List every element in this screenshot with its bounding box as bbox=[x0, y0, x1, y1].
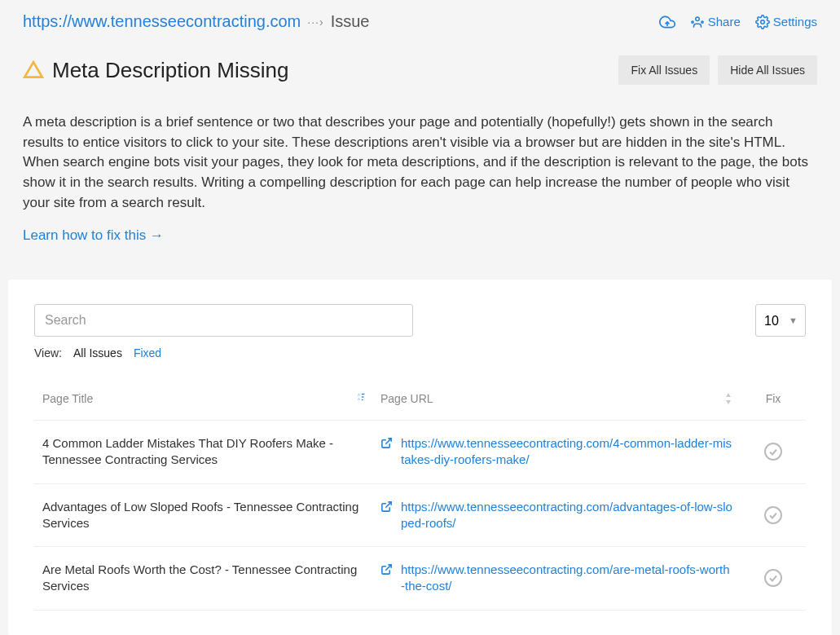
svg-point-1 bbox=[692, 20, 693, 22]
svg-rect-4 bbox=[362, 394, 365, 395]
column-header-title[interactable]: Page Title bbox=[42, 392, 380, 405]
cloud-action[interactable] bbox=[659, 14, 675, 30]
svg-point-10 bbox=[765, 507, 781, 523]
cloud-icon bbox=[659, 14, 675, 30]
search-input[interactable] bbox=[34, 304, 413, 337]
share-action[interactable]: Share bbox=[690, 15, 741, 29]
sort-asc-icon bbox=[356, 393, 366, 404]
share-icon bbox=[690, 15, 705, 29]
svg-point-2 bbox=[701, 20, 703, 22]
column-header-url[interactable]: Page URL bbox=[380, 392, 749, 405]
settings-action[interactable]: Settings bbox=[755, 15, 817, 29]
warning-icon bbox=[23, 60, 44, 81]
results-panel: View: All Issues Fixed 10 ▼ Page Title P… bbox=[8, 280, 832, 635]
issue-description: A meta description is a brief sentence o… bbox=[0, 101, 840, 227]
view-label: View: bbox=[34, 346, 62, 359]
cell-page-title: 4 Common Ladder Mistakes That DIY Roofer… bbox=[42, 435, 380, 469]
table-row: Advantages of Low Sloped Roofs - Tenness… bbox=[34, 484, 806, 548]
view-all-issues[interactable]: All Issues bbox=[73, 346, 122, 359]
svg-point-12 bbox=[765, 570, 781, 586]
table-row: Are Metal Roofs Worth the Cost? - Tennes… bbox=[34, 547, 806, 611]
page-title: Meta Description Missing bbox=[52, 58, 288, 83]
gear-icon bbox=[755, 15, 770, 29]
page-url-link[interactable]: https://www.tennesseecontracting.com/4-c… bbox=[401, 435, 732, 469]
svg-line-7 bbox=[385, 439, 391, 444]
sort-icon bbox=[726, 393, 734, 404]
learn-link[interactable]: Learn how to fix this → bbox=[0, 227, 187, 268]
column-header-fix: Fix bbox=[749, 392, 798, 405]
table-header: Page Title Page URL Fix bbox=[34, 392, 806, 421]
svg-point-0 bbox=[696, 17, 700, 21]
settings-label: Settings bbox=[773, 15, 817, 29]
external-link-icon[interactable] bbox=[380, 501, 393, 513]
fix-check-button[interactable] bbox=[763, 442, 783, 461]
breadcrumb: https://www.tennesseecontracting.com ···… bbox=[23, 12, 369, 31]
cell-page-title: Advantages of Low Sloped Roofs - Tenness… bbox=[42, 499, 380, 532]
share-label: Share bbox=[708, 15, 741, 29]
view-fixed[interactable]: Fixed bbox=[134, 346, 161, 359]
fix-all-button[interactable]: Fix All Issues bbox=[618, 55, 710, 85]
fix-check-button[interactable] bbox=[763, 505, 783, 525]
breadcrumb-site-link[interactable]: https://www.tennesseecontracting.com bbox=[23, 12, 301, 31]
hide-all-button[interactable]: Hide All Issues bbox=[718, 55, 817, 85]
svg-line-11 bbox=[385, 565, 391, 571]
svg-rect-5 bbox=[362, 397, 364, 398]
page-size-select[interactable]: 10 bbox=[755, 304, 806, 337]
external-link-icon[interactable] bbox=[380, 563, 393, 575]
external-link-icon[interactable] bbox=[380, 437, 393, 449]
breadcrumb-current: Issue bbox=[331, 12, 370, 31]
svg-line-9 bbox=[385, 502, 391, 508]
table-row: 4 Common Ladder Mistakes That DIY Roofer… bbox=[34, 421, 806, 484]
page-url-link[interactable]: https://www.tennesseecontracting.com/are… bbox=[401, 562, 732, 595]
breadcrumb-separator: ···› bbox=[307, 15, 323, 29]
page-url-link[interactable]: https://www.tennesseecontracting.com/adv… bbox=[401, 499, 732, 532]
svg-rect-6 bbox=[362, 399, 363, 400]
fix-check-button[interactable] bbox=[763, 568, 783, 588]
cell-page-title: Are Metal Roofs Worth the Cost? - Tennes… bbox=[42, 562, 380, 595]
svg-point-3 bbox=[761, 20, 765, 24]
svg-point-8 bbox=[765, 443, 781, 460]
